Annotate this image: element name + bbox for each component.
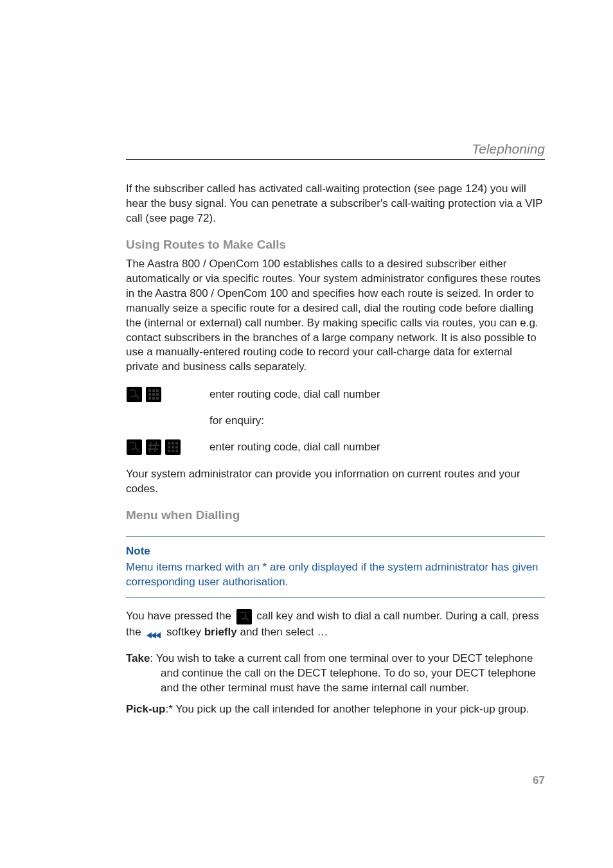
take-term: Take (126, 652, 150, 664)
call-key-icon-inline (236, 608, 253, 625)
take-line1: : You wish to take a current call from o… (150, 652, 533, 664)
pressed-softkey: softkey (166, 626, 204, 638)
definition-pickup: Pick-up:* You pick up the call intended … (126, 702, 545, 717)
step-text: enter routing code, dial call number (209, 441, 380, 454)
hash-key-icon (145, 439, 162, 456)
step-text: enter routing code, dial call number (209, 388, 380, 401)
routes-paragraph: The Aastra 800 / OpenCom 100 establishes… (126, 257, 545, 375)
note-text: Menu items marked with an * are only dis… (126, 560, 545, 590)
keypad-icon (145, 386, 162, 403)
call-key-icon (126, 439, 143, 456)
heading-routes: Using Routes to Make Calls (126, 238, 545, 252)
step-row: for enquiry: (126, 414, 545, 427)
pressed-paragraph: You have pressed the call key and wish t… (126, 608, 545, 640)
routes-outro-paragraph: Your system administrator can provide yo… (126, 467, 545, 497)
note-bottom-rule (126, 598, 545, 598)
step-enquiry-text: for enquiry: (209, 414, 264, 427)
pressed-pre: You have pressed the (126, 610, 235, 623)
pressed-briefly: briefly (204, 626, 237, 638)
heading-menu: Menu when Dialling (126, 508, 545, 522)
note-label: Note (126, 545, 545, 558)
intro-paragraph: If the subscriber called has activated c… (126, 182, 545, 226)
arrows-softkey-icon (145, 625, 162, 640)
page-number: 67 (533, 774, 545, 787)
call-key-icon (126, 386, 143, 403)
pickup-term: Pick-up (126, 703, 165, 715)
section-title: Telephoning (126, 141, 545, 157)
definition-take: Take: You wish to take a current call fr… (126, 651, 545, 696)
step-row: enter routing code, dial call number (126, 386, 545, 403)
keypad-icon (164, 439, 181, 456)
step-row: enter routing code, dial call number (126, 439, 545, 456)
title-rule (126, 159, 545, 160)
step-icons (126, 439, 209, 456)
pickup-text: :* You pick up the call intended for ano… (165, 703, 529, 715)
pressed-tail: and then select … (240, 626, 328, 638)
note-top-rule (126, 536, 545, 537)
step-icons (126, 386, 209, 403)
take-line2: and continue the call on the DECT teleph… (161, 666, 545, 696)
